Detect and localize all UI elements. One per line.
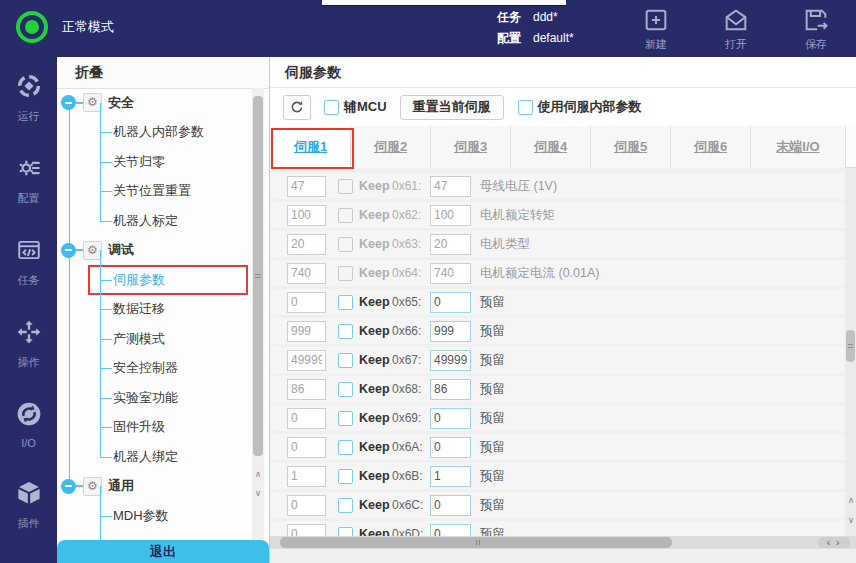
action-save-button[interactable]: 保存 xyxy=(790,6,842,52)
register-address: 0x63: xyxy=(392,237,424,251)
keep-checkbox[interactable] xyxy=(338,498,353,513)
action-new-button[interactable]: 新建 xyxy=(630,6,682,52)
param-input-left[interactable] xyxy=(287,234,326,255)
param-input-left[interactable] xyxy=(287,466,326,487)
tree-item-1-0[interactable]: 伺服参数 xyxy=(57,265,253,295)
use-internal-label: 使用伺服内部参数 xyxy=(538,98,642,116)
param-input-right[interactable] xyxy=(430,379,471,400)
tab-servo-4[interactable]: 伺服4 xyxy=(511,126,591,168)
main-scroll-down-icon[interactable]: ∨ xyxy=(845,512,856,528)
tree-item-0-1[interactable]: 关节归零 xyxy=(57,147,253,177)
tree-item-1-1[interactable]: 数据迁移 xyxy=(57,295,253,325)
param-row: Keep0x6A:预留 xyxy=(270,434,845,460)
tree-item-0-3[interactable]: 机器人标定 xyxy=(57,206,253,236)
vertical-scrollbar-thumb[interactable] xyxy=(846,330,855,362)
param-input-right[interactable] xyxy=(430,350,471,371)
collapse-header[interactable]: 折叠 xyxy=(57,57,269,89)
keep-checkbox[interactable] xyxy=(338,324,353,339)
tab-servo-3[interactable]: 伺服3 xyxy=(431,126,511,168)
tab-servo-6[interactable]: 伺服6 xyxy=(671,126,751,168)
tree-item-1-6[interactable]: 机器人绑定 xyxy=(57,442,253,472)
param-input-left[interactable] xyxy=(287,408,326,429)
param-input-left[interactable] xyxy=(287,524,326,537)
sidebar-item-plugin[interactable]: 插件 xyxy=(16,480,42,531)
keep-checkbox[interactable] xyxy=(338,382,353,397)
tree-group-1[interactable]: ⚙调试 xyxy=(57,236,253,266)
tree-connector-line xyxy=(69,103,70,487)
param-input-right[interactable] xyxy=(430,408,471,429)
tab-servo-7[interactable]: 末端I/O xyxy=(751,126,846,168)
tree-group-2[interactable]: ⚙通用 xyxy=(57,472,253,502)
param-input-right[interactable] xyxy=(430,524,471,537)
tree-item-0-0[interactable]: 机器人内部参数 xyxy=(57,118,253,148)
keep-checkbox[interactable] xyxy=(338,353,353,368)
register-address: 0x66: xyxy=(392,324,424,338)
keep-checkbox[interactable] xyxy=(338,179,353,194)
tree-item-1-5[interactable]: 固件升级 xyxy=(57,413,253,443)
refresh-button[interactable] xyxy=(283,95,311,120)
param-input-left[interactable] xyxy=(287,495,326,516)
param-input-left[interactable] xyxy=(287,350,326,371)
param-input-right[interactable] xyxy=(430,263,471,284)
tree-scrollbar-thumb[interactable] xyxy=(253,96,263,456)
param-description: 母线电压 (1V) xyxy=(480,178,557,195)
keep-checkbox[interactable] xyxy=(338,411,353,426)
action-open-button[interactable]: 打开 xyxy=(710,6,762,52)
param-description: 预留 xyxy=(480,294,505,311)
param-input-left[interactable] xyxy=(287,263,326,284)
param-input-right[interactable] xyxy=(430,495,471,516)
horizontal-scrollbar[interactable]: ‹› xyxy=(270,536,856,549)
tree-scroll-up-icon[interactable]: ∧ xyxy=(252,466,264,482)
sidebar-item-config[interactable]: 配置 xyxy=(16,155,42,206)
sidebar-item-io[interactable]: I/O xyxy=(16,401,42,449)
keep-checkbox[interactable] xyxy=(338,469,353,484)
param-input-right[interactable] xyxy=(430,437,471,458)
keep-checkbox[interactable] xyxy=(338,527,353,537)
reset-current-servo-button[interactable]: 重置当前伺服 xyxy=(400,95,504,120)
horizontal-scrollbar-thumb[interactable] xyxy=(280,537,672,548)
tree-item-1-3[interactable]: 安全控制器 xyxy=(57,354,253,384)
vertical-scrollbar[interactable] xyxy=(845,168,856,536)
tree-item-label: 关节归零 xyxy=(113,153,165,171)
main-scroll-up-icon[interactable]: ∧ xyxy=(845,492,856,508)
param-input-right[interactable] xyxy=(430,321,471,342)
use-internal-checkbox[interactable] xyxy=(518,100,533,115)
keep-checkbox[interactable] xyxy=(338,208,353,223)
tab-servo-2[interactable]: 伺服2 xyxy=(351,126,431,168)
exit-button[interactable]: 退出 xyxy=(57,540,269,563)
param-input-right[interactable] xyxy=(430,176,471,197)
tree-item-1-4[interactable]: 实验室功能 xyxy=(57,383,253,413)
param-input-left[interactable] xyxy=(287,379,326,400)
action-label: 新建 xyxy=(645,37,667,52)
param-input-right[interactable] xyxy=(430,205,471,226)
param-input-right[interactable] xyxy=(430,292,471,313)
session-info: 任务ddd* 配置default* xyxy=(497,7,574,49)
collapse-toggle-icon[interactable] xyxy=(61,243,76,258)
keep-checkbox[interactable] xyxy=(338,237,353,252)
tree-scroll-down-icon[interactable]: ∨ xyxy=(252,485,264,501)
sidebar-item-operate[interactable]: 操作 xyxy=(16,319,42,370)
sidebar-item-run[interactable]: 运行 xyxy=(16,73,42,124)
sidebar-item-label: 配置 xyxy=(18,191,40,206)
param-input-left[interactable] xyxy=(287,321,326,342)
keep-checkbox[interactable] xyxy=(338,440,353,455)
collapse-toggle-icon[interactable] xyxy=(61,95,76,110)
tree-item-0-2[interactable]: 关节位置重置 xyxy=(57,177,253,207)
horizontal-scroll-buttons[interactable]: ‹› xyxy=(818,537,850,548)
param-input-left[interactable] xyxy=(287,437,326,458)
keep-checkbox[interactable] xyxy=(338,266,353,281)
param-input-right[interactable] xyxy=(430,466,471,487)
keep-checkbox[interactable] xyxy=(338,295,353,310)
param-input-left[interactable] xyxy=(287,205,326,226)
tree-group-0[interactable]: ⚙安全 xyxy=(57,88,253,118)
param-input-left[interactable] xyxy=(287,176,326,197)
tab-servo-1[interactable]: 伺服1 xyxy=(271,126,351,168)
param-input-left[interactable] xyxy=(287,292,326,313)
tree-item-1-2[interactable]: 产测模式 xyxy=(57,324,253,354)
param-input-right[interactable] xyxy=(430,234,471,255)
tree-item-2-0[interactable]: MDH参数 xyxy=(57,501,253,531)
sidebar-item-task[interactable]: 任务 xyxy=(16,237,42,288)
aux-mcu-checkbox[interactable] xyxy=(324,100,339,115)
tab-servo-5[interactable]: 伺服5 xyxy=(591,126,671,168)
collapse-toggle-icon[interactable] xyxy=(61,479,76,494)
